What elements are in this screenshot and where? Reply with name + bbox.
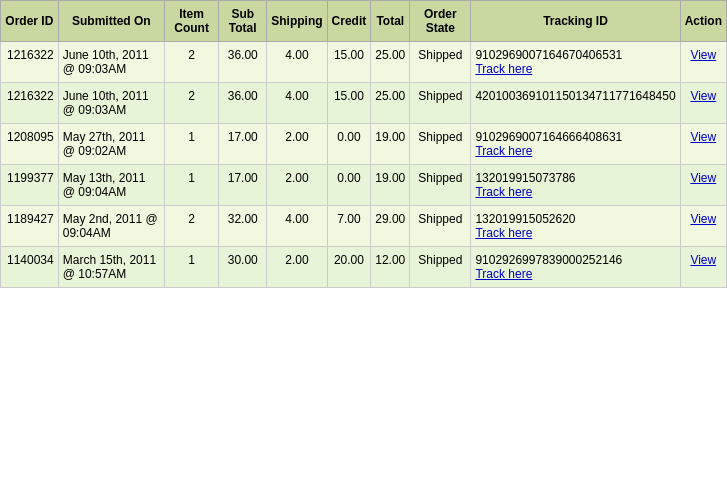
- order-state-cell: Shipped: [410, 165, 471, 206]
- col-header-item-count: Item Count: [164, 1, 218, 42]
- order-id-cell: 1216322: [1, 83, 59, 124]
- table-row: 1216322June 10th, 2011 @ 09:03AM236.004.…: [1, 83, 727, 124]
- sub-total-cell: 36.00: [219, 83, 267, 124]
- total-cell: 19.00: [371, 165, 410, 206]
- action-cell: View: [680, 42, 726, 83]
- total-cell: 25.00: [371, 42, 410, 83]
- view-link[interactable]: View: [690, 253, 716, 267]
- tracking-id-value: 9102969007164670406531: [475, 48, 622, 62]
- tracking-id-value: 420100369101150134711771648450: [475, 89, 675, 103]
- col-header-action: Action: [680, 1, 726, 42]
- sub-total-cell: 17.00: [219, 124, 267, 165]
- submitted-on-cell: May 27th, 2011 @ 09:02AM: [58, 124, 164, 165]
- tracking-id-value: 132019915073786: [475, 171, 575, 185]
- order-state-cell: Shipped: [410, 247, 471, 288]
- credit-cell: 15.00: [327, 42, 371, 83]
- track-here-link[interactable]: Track here: [475, 144, 675, 158]
- order-id-cell: 1189427: [1, 206, 59, 247]
- credit-cell: 0.00: [327, 124, 371, 165]
- action-cell: View: [680, 83, 726, 124]
- table-row: 1208095May 27th, 2011 @ 09:02AM117.002.0…: [1, 124, 727, 165]
- view-link[interactable]: View: [690, 130, 716, 144]
- action-cell: View: [680, 247, 726, 288]
- table-row: 1189427May 2nd, 2011 @ 09:04AM232.004.00…: [1, 206, 727, 247]
- action-cell: View: [680, 206, 726, 247]
- view-link[interactable]: View: [690, 48, 716, 62]
- submitted-on-cell: May 2nd, 2011 @ 09:04AM: [58, 206, 164, 247]
- total-cell: 29.00: [371, 206, 410, 247]
- shipping-cell: 2.00: [267, 247, 327, 288]
- credit-cell: 0.00: [327, 165, 371, 206]
- total-cell: 12.00: [371, 247, 410, 288]
- view-link[interactable]: View: [690, 212, 716, 226]
- submitted-on-cell: June 10th, 2011 @ 09:03AM: [58, 42, 164, 83]
- action-cell: View: [680, 124, 726, 165]
- shipping-cell: 4.00: [267, 42, 327, 83]
- total-cell: 25.00: [371, 83, 410, 124]
- tracking-id-cell: 9102969007164670406531Track here: [471, 42, 680, 83]
- order-id-cell: 1140034: [1, 247, 59, 288]
- track-here-link[interactable]: Track here: [475, 267, 675, 281]
- track-here-link[interactable]: Track here: [475, 62, 675, 76]
- tracking-id-cell: 420100369101150134711771648450: [471, 83, 680, 124]
- credit-cell: 20.00: [327, 247, 371, 288]
- item-count-cell: 1: [164, 247, 218, 288]
- shipping-cell: 4.00: [267, 206, 327, 247]
- table-row: 1140034March 15th, 2011 @ 10:57AM130.002…: [1, 247, 727, 288]
- shipping-cell: 2.00: [267, 124, 327, 165]
- submitted-on-cell: June 10th, 2011 @ 09:03AM: [58, 83, 164, 124]
- tracking-id-cell: 9102969007164666408631Track here: [471, 124, 680, 165]
- col-header-sub-total: Sub Total: [219, 1, 267, 42]
- shipping-cell: 2.00: [267, 165, 327, 206]
- tracking-id-cell: 132019915052620Track here: [471, 206, 680, 247]
- col-header-credit: Credit: [327, 1, 371, 42]
- col-header-order-state: Order State: [410, 1, 471, 42]
- col-header-tracking-id: Tracking ID: [471, 1, 680, 42]
- table-row: 1199377May 13th, 2011 @ 09:04AM117.002.0…: [1, 165, 727, 206]
- item-count-cell: 2: [164, 206, 218, 247]
- item-count-cell: 2: [164, 42, 218, 83]
- order-state-cell: Shipped: [410, 206, 471, 247]
- order-id-cell: 1208095: [1, 124, 59, 165]
- item-count-cell: 1: [164, 165, 218, 206]
- orders-table: Order ID Submitted On Item Count Sub Tot…: [0, 0, 727, 288]
- view-link[interactable]: View: [690, 171, 716, 185]
- table-row: 1216322June 10th, 2011 @ 09:03AM236.004.…: [1, 42, 727, 83]
- tracking-id-value: 9102969007164666408631: [475, 130, 622, 144]
- tracking-id-value: 132019915052620: [475, 212, 575, 226]
- col-header-total: Total: [371, 1, 410, 42]
- col-header-shipping: Shipping: [267, 1, 327, 42]
- order-state-cell: Shipped: [410, 83, 471, 124]
- sub-total-cell: 32.00: [219, 206, 267, 247]
- credit-cell: 15.00: [327, 83, 371, 124]
- tracking-id-cell: 132019915073786Track here: [471, 165, 680, 206]
- track-here-link[interactable]: Track here: [475, 185, 675, 199]
- col-header-order-id: Order ID: [1, 1, 59, 42]
- item-count-cell: 2: [164, 83, 218, 124]
- submitted-on-cell: May 13th, 2011 @ 09:04AM: [58, 165, 164, 206]
- submitted-on-cell: March 15th, 2011 @ 10:57AM: [58, 247, 164, 288]
- sub-total-cell: 17.00: [219, 165, 267, 206]
- order-id-cell: 1199377: [1, 165, 59, 206]
- order-state-cell: Shipped: [410, 124, 471, 165]
- col-header-submitted-on: Submitted On: [58, 1, 164, 42]
- tracking-id-cell: 9102926997839000252146Track here: [471, 247, 680, 288]
- shipping-cell: 4.00: [267, 83, 327, 124]
- sub-total-cell: 30.00: [219, 247, 267, 288]
- order-id-cell: 1216322: [1, 42, 59, 83]
- view-link[interactable]: View: [690, 89, 716, 103]
- sub-total-cell: 36.00: [219, 42, 267, 83]
- tracking-id-value: 9102926997839000252146: [475, 253, 622, 267]
- track-here-link[interactable]: Track here: [475, 226, 675, 240]
- credit-cell: 7.00: [327, 206, 371, 247]
- item-count-cell: 1: [164, 124, 218, 165]
- order-state-cell: Shipped: [410, 42, 471, 83]
- action-cell: View: [680, 165, 726, 206]
- table-header-row: Order ID Submitted On Item Count Sub Tot…: [1, 1, 727, 42]
- total-cell: 19.00: [371, 124, 410, 165]
